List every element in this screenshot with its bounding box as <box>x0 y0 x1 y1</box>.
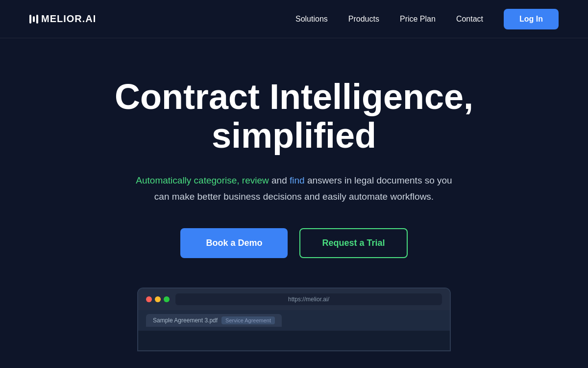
browser-dot-yellow <box>155 296 161 302</box>
logo-symbol <box>29 15 38 24</box>
browser-dot-green <box>164 296 170 302</box>
nav-solutions[interactable]: Solutions <box>295 15 328 24</box>
hero-section: Contract Intelligence, simplified Automa… <box>0 38 588 368</box>
nav-links: Solutions Products Price Plan Contact Lo… <box>295 9 559 29</box>
browser-url: https://melior.ai/ <box>175 293 442 305</box>
logo-bar-2 <box>33 16 35 22</box>
nav-products[interactable]: Products <box>348 15 379 24</box>
browser-mockup-wrapper: https://melior.ai/ Sample Agreement 3.pd… <box>49 288 539 351</box>
navbar: MELIOR.AI Solutions Products Price Plan … <box>0 0 588 38</box>
browser-tab: Sample Agreement 3.pdf Service Agreement <box>146 314 282 327</box>
logo-icon: MELIOR.AI <box>29 13 96 25</box>
subtitle-blue: find <box>290 175 305 185</box>
browser-mockup: https://melior.ai/ Sample Agreement 3.pd… <box>137 288 451 351</box>
subtitle-green: Automatically categorise, review <box>136 175 269 185</box>
hero-title: Contract Intelligence, simplified <box>74 78 514 155</box>
request-trial-button[interactable]: Request a Trial <box>299 228 407 258</box>
nav-contact[interactable]: Contact <box>456 15 483 24</box>
browser-tag: Service Agreement <box>221 316 275 324</box>
login-button[interactable]: Log In <box>504 9 559 29</box>
logo[interactable]: MELIOR.AI <box>29 13 96 25</box>
book-demo-button[interactable]: Book a Demo <box>180 228 288 258</box>
logo-text: MELIOR.AI <box>41 13 96 25</box>
browser-dots <box>146 296 170 302</box>
browser-content <box>138 331 450 350</box>
nav-price-plan[interactable]: Price Plan <box>400 15 436 24</box>
browser-dot-red <box>146 296 152 302</box>
browser-tab-bar: Sample Agreement 3.pdf Service Agreement <box>138 310 450 331</box>
hero-subtitle: Automatically categorise, review and fin… <box>132 173 456 205</box>
logo-bar-3 <box>36 15 38 24</box>
browser-tab-label: Sample Agreement 3.pdf <box>153 317 218 324</box>
hero-buttons: Book a Demo Request a Trial <box>180 228 407 258</box>
browser-bar: https://melior.ai/ <box>138 289 450 310</box>
logo-bar-1 <box>29 15 31 24</box>
subtitle-connector: and <box>269 175 290 185</box>
